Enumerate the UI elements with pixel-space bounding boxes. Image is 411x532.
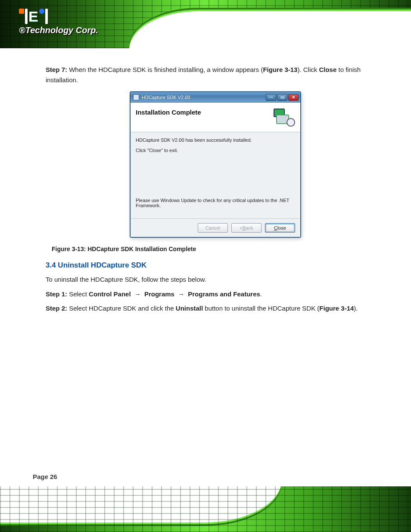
setup-graphic-icon: [274, 109, 295, 127]
page-number: Page 26: [33, 473, 57, 480]
maximize-button[interactable]: ▭: [277, 94, 287, 101]
window-title-text: HDCapture SDK V2.00: [142, 95, 190, 100]
step2-b: Uninstall: [176, 305, 203, 312]
minimize-button[interactable]: —: [266, 94, 276, 101]
step2-a: Select HDCapture SDK and click the: [69, 305, 176, 312]
installer-header: Installation Complete: [131, 103, 300, 132]
window-titlebar: HDCapture SDK V2.00 — ▭ ✕: [131, 92, 300, 103]
step1-e: .: [260, 290, 262, 298]
installer-heading: Installation Complete: [136, 109, 201, 116]
step1-b: Control Panel: [89, 290, 131, 298]
installer-window: HDCapture SDK V2.00 — ▭ ✕ Installation C…: [130, 91, 301, 238]
section-3-4-intro: To uninstall the HDCapture SDK, follow t…: [46, 274, 385, 285]
arrow-icon: →: [133, 290, 143, 298]
close-button[interactable]: Close: [265, 223, 295, 233]
figure-3-13-caption: Figure 3-13: HDCapture SDK Installation …: [52, 246, 385, 252]
footer-pcb-texture: [0, 486, 411, 532]
page-content: Step 7: When the HDCapture SDK is finish…: [46, 65, 385, 317]
step2-c: button to uninstall the HDCapture SDK (: [203, 305, 319, 312]
logo-subtitle: ®Technology Corp.: [19, 26, 98, 34]
cancel-button[interactable]: Cancel: [198, 223, 228, 233]
arrow-icon: →: [176, 290, 186, 298]
uninstall-step1: Step 1: Select Control Panel → Programs …: [46, 289, 385, 300]
installer-line2: Click "Close" to exit.: [136, 148, 295, 153]
installer-icon: [133, 94, 139, 100]
installer-note: Please use Windows Update to check for a…: [136, 198, 295, 208]
step2-d: ).: [354, 305, 358, 312]
step7-text-b: ). Click: [297, 66, 319, 73]
window-close-button[interactable]: ✕: [288, 94, 299, 101]
step7-text-a: When the HDCapture SDK is finished insta…: [69, 66, 263, 73]
section-3-4-heading: 3.4 Uninstall HDCapture SDK: [46, 261, 385, 270]
step7-label: Step 7:: [46, 66, 67, 73]
header-banner: E ®Technology Corp.: [0, 0, 411, 48]
step7-paragraph: Step 7: When the HDCapture SDK is finish…: [46, 65, 385, 85]
back-button[interactable]: < Back: [231, 223, 262, 233]
step2-fig: Figure 3-14: [319, 305, 354, 312]
step7-figref: Figure 3-13: [263, 66, 297, 73]
footer-banner: [0, 486, 411, 532]
window-controls: — ▭ ✕: [266, 94, 299, 101]
step2-label: Step 2:: [46, 305, 67, 312]
figure-3-13: HDCapture SDK V2.00 — ▭ ✕ Installation C…: [46, 91, 385, 238]
step1-label: Step 1:: [46, 290, 67, 298]
step1-d: Programs and Features: [188, 290, 260, 298]
step1-a: Select: [69, 290, 89, 298]
logo: E ®Technology Corp.: [19, 9, 98, 34]
installer-footer: Cancel < Back Close: [131, 218, 300, 237]
logo-iei-icon: E: [19, 9, 98, 24]
installer-body: HDCapture SDK V2.00 has been successfull…: [131, 132, 300, 218]
uninstall-step2: Step 2: Select HDCapture SDK and click t…: [46, 303, 385, 314]
window-title: HDCapture SDK V2.00: [133, 94, 190, 100]
header-swoosh: [129, 11, 411, 48]
installer-line1: HDCapture SDK V2.00 has been successfull…: [136, 137, 295, 143]
step7-btn: Close: [319, 66, 336, 73]
step1-c: Programs: [144, 290, 174, 298]
